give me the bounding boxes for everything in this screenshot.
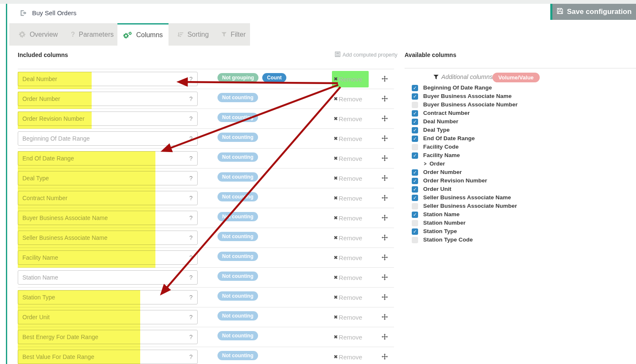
tab-columns[interactable]: Columns	[117, 23, 169, 46]
column-name-input[interactable]: Order Number?	[18, 92, 198, 106]
aggregation-badge[interactable]: Not counting	[217, 192, 258, 201]
move-handle-icon[interactable]	[381, 155, 389, 162]
remove-button[interactable]: ✖Remove	[334, 270, 362, 285]
remove-button[interactable]: ✖Remove	[334, 111, 362, 126]
save-configuration-button[interactable]: Save configuration	[550, 4, 636, 20]
add-computed-property-button[interactable]: Add computed property	[335, 52, 397, 58]
help-icon[interactable]: ?	[189, 234, 193, 241]
column-checkbox[interactable]	[412, 102, 418, 108]
column-checkbox[interactable]: ✓	[412, 110, 418, 117]
remove-button[interactable]: ✖Remove	[334, 191, 362, 205]
move-handle-icon[interactable]	[381, 254, 389, 261]
column-name-input[interactable]: Best Value For Date Range?	[18, 350, 198, 364]
aggregation-badge[interactable]: Count	[262, 73, 286, 82]
move-handle-icon[interactable]	[381, 174, 389, 182]
aggregation-badge[interactable]: Not counting	[217, 152, 258, 162]
remove-button[interactable]: ✖Remove	[334, 151, 362, 166]
tab-filter[interactable]: Filter	[217, 23, 250, 46]
move-handle-icon[interactable]	[381, 313, 389, 321]
column-checkbox[interactable]: ✓	[412, 127, 418, 133]
column-name-input[interactable]: Contract Number?	[18, 191, 198, 205]
help-icon[interactable]: ?	[189, 215, 193, 221]
help-icon[interactable]: ?	[189, 334, 193, 340]
column-name-input[interactable]: Deal Type?	[18, 171, 198, 185]
column-name-input[interactable]: Seller Business Associate Name?	[18, 231, 198, 245]
help-icon[interactable]: ?	[189, 294, 193, 301]
column-name-input[interactable]: Station Name?	[18, 270, 198, 285]
remove-button[interactable]: ✖Remove	[334, 250, 362, 265]
aggregation-badge[interactable]: Not counting	[217, 133, 258, 142]
help-icon[interactable]: ?	[189, 274, 193, 281]
remove-button[interactable]: ✖Remove	[334, 290, 362, 304]
column-checkbox[interactable]: ✓	[412, 212, 418, 218]
aggregation-badge[interactable]: Not counting	[217, 351, 258, 360]
help-icon[interactable]: ?	[189, 175, 193, 182]
move-handle-icon[interactable]	[381, 115, 389, 122]
aggregation-badge[interactable]: Not counting	[217, 272, 258, 281]
remove-button[interactable]: ✖Remove	[334, 131, 362, 146]
column-checkbox[interactable]	[412, 144, 418, 150]
aggregation-badge[interactable]: Not counting	[217, 291, 258, 301]
remove-button[interactable]: ✖Remove	[334, 350, 362, 364]
tab-overview[interactable]: Overview	[9, 23, 67, 46]
remove-button[interactable]: ✖Remove	[334, 211, 362, 225]
move-handle-icon[interactable]	[381, 293, 389, 301]
remove-button[interactable]: ✖Remove	[334, 92, 362, 106]
column-name-input[interactable]: Deal Number?	[18, 72, 198, 86]
column-checkbox[interactable]: ✓	[412, 178, 418, 184]
move-handle-icon[interactable]	[381, 75, 389, 83]
move-handle-icon[interactable]	[381, 214, 389, 222]
column-name-input[interactable]: End Of Date Range?	[18, 151, 198, 166]
column-checkbox[interactable]: ✓	[412, 169, 418, 176]
column-checkbox[interactable]	[412, 237, 418, 243]
move-handle-icon[interactable]	[381, 333, 389, 341]
column-checkbox[interactable]: ✓	[412, 186, 418, 193]
column-checkbox[interactable]: ✓	[412, 152, 418, 159]
column-name-input[interactable]: Buyer Business Associate Name?	[18, 211, 198, 225]
remove-button[interactable]: ✖Remove	[334, 330, 362, 344]
help-icon[interactable]: ?	[189, 195, 193, 201]
help-icon[interactable]: ?	[189, 95, 193, 102]
help-icon[interactable]: ?	[189, 254, 193, 261]
move-handle-icon[interactable]	[381, 234, 389, 242]
tab-sorting[interactable]: Sorting	[169, 23, 217, 46]
help-icon[interactable]: ?	[189, 155, 193, 162]
tab-parameters[interactable]: ?Parameters	[67, 23, 117, 46]
column-name-input[interactable]: Best Energy For Date Range?	[18, 330, 198, 344]
aggregation-badge[interactable]: Not counting	[217, 232, 258, 241]
aggregation-badge[interactable]: Not counting	[217, 172, 258, 182]
remove-button[interactable]: ✖Remove	[334, 171, 362, 185]
help-icon[interactable]: ?	[189, 76, 193, 82]
move-handle-icon[interactable]	[381, 135, 389, 142]
aggregation-badge[interactable]: Not counting	[217, 93, 258, 102]
remove-button[interactable]: ✖Remove	[334, 310, 362, 324]
column-name-input[interactable]: Beginning Of Date Range?	[18, 131, 198, 146]
volume-value-badge[interactable]: Volume/Value	[492, 73, 540, 82]
aggregation-badge[interactable]: Not grouping	[217, 73, 258, 82]
aggregation-badge[interactable]: Not counting	[217, 113, 258, 122]
move-handle-icon[interactable]	[381, 95, 389, 103]
column-checkbox[interactable]	[412, 203, 418, 209]
aggregation-badge[interactable]: Not counting	[217, 252, 258, 261]
help-icon[interactable]: ?	[189, 353, 193, 360]
move-handle-icon[interactable]	[381, 274, 389, 281]
column-name-input[interactable]: Order Unit?	[18, 310, 198, 324]
column-checkbox[interactable]: ✓	[412, 85, 418, 91]
aggregation-badge[interactable]: Not counting	[217, 331, 258, 340]
column-checkbox[interactable]: ✓	[412, 195, 418, 201]
expand-chevron-icon[interactable]: >	[424, 160, 427, 167]
column-checkbox[interactable]: ✓	[412, 228, 418, 235]
column-name-input[interactable]: Station Type?	[18, 290, 198, 304]
move-handle-icon[interactable]	[381, 353, 389, 361]
help-icon[interactable]: ?	[189, 314, 193, 321]
help-icon[interactable]: ?	[189, 115, 193, 122]
column-checkbox[interactable]: ✓	[412, 93, 418, 100]
remove-button[interactable]: ✖Remove	[334, 72, 362, 86]
column-name-input[interactable]: Order Revision Number?	[18, 111, 198, 126]
move-handle-icon[interactable]	[381, 194, 389, 202]
column-checkbox[interactable]	[412, 220, 418, 226]
column-checkbox[interactable]: ✓	[412, 119, 418, 125]
aggregation-badge[interactable]: Not counting	[217, 212, 258, 221]
help-icon[interactable]: ?	[189, 135, 193, 142]
remove-button[interactable]: ✖Remove	[334, 231, 362, 245]
